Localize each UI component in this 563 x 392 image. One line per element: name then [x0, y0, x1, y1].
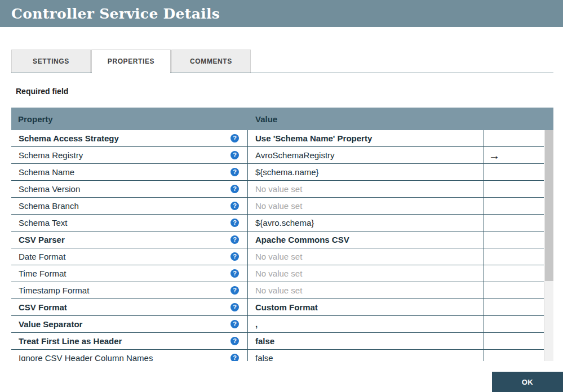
property-extra-cell [484, 248, 544, 265]
property-value: false [255, 336, 274, 346]
property-row[interactable]: Date Format ? No value set [11, 248, 544, 265]
property-value-cell: ${schema.name} [248, 164, 484, 180]
property-extra-cell [484, 181, 544, 197]
property-extra-cell [484, 299, 544, 315]
property-name-cell: Treat First Line as Header ? [11, 333, 248, 349]
property-name-cell: Timestamp Format ? [11, 282, 248, 299]
scrollbar-thumb[interactable] [545, 130, 553, 281]
property-name: Treat First Line as Header [19, 336, 122, 346]
property-name-cell: CSV Format ? [11, 299, 248, 315]
help-icon[interactable]: ? [230, 185, 239, 193]
help-icon[interactable]: ? [230, 235, 239, 244]
property-value: Custom Format [255, 302, 318, 312]
help-icon[interactable]: ? [230, 168, 239, 176]
property-value-cell: No value set [248, 198, 484, 214]
tab-settings-label: SETTINGS [33, 57, 69, 65]
property-value: false [255, 353, 273, 361]
property-row[interactable]: Ignore CSV Header Column Names ? false [11, 350, 544, 361]
property-name-cell: Schema Branch ? [11, 198, 248, 214]
property-extra-cell [484, 333, 544, 349]
property-name-cell: Date Format ? [11, 248, 248, 265]
tab-comments[interactable]: COMMENTS [171, 50, 251, 73]
table-rows: Schema Access Strategy ? Use 'Schema Nam… [11, 130, 544, 361]
help-icon[interactable]: ? [230, 219, 239, 227]
property-extra-cell [484, 231, 544, 248]
property-extra-cell [484, 316, 544, 332]
vertical-scrollbar[interactable] [544, 130, 553, 361]
tab-settings[interactable]: SETTINGS [11, 50, 91, 73]
tab-properties-label: PROPERTIES [108, 57, 154, 65]
property-value: No value set [255, 286, 302, 295]
property-value-cell: false [248, 350, 484, 361]
property-value-cell: , [248, 316, 484, 332]
property-name: Schema Version [19, 184, 80, 194]
property-row[interactable]: Timestamp Format ? No value set [11, 282, 544, 299]
property-value: Apache Commons CSV [255, 235, 349, 244]
property-row[interactable]: Value Separator ? , [11, 316, 544, 333]
help-icon[interactable]: ? [230, 269, 239, 278]
go-to-service-icon[interactable]: → [489, 150, 500, 161]
property-name-cell: Schema Name ? [11, 164, 248, 180]
tab-bar: SETTINGS PROPERTIES COMMENTS [11, 50, 553, 73]
property-row[interactable]: Treat First Line as Header ? false [11, 333, 544, 350]
help-icon[interactable]: ? [230, 320, 239, 328]
property-value: , [255, 319, 258, 329]
help-icon[interactable]: ? [230, 337, 239, 345]
property-row[interactable]: Schema Access Strategy ? Use 'Schema Nam… [11, 130, 544, 147]
property-name: Date Format [19, 252, 65, 261]
property-row[interactable]: Schema Version ? No value set [11, 181, 544, 198]
help-icon[interactable]: ? [230, 202, 239, 210]
property-name-cell: Schema Text ? [11, 215, 248, 231]
property-name: Time Format [19, 269, 66, 278]
property-name-cell: CSV Parser ? [11, 231, 248, 248]
table-header-row: Property Value [11, 108, 553, 130]
help-icon[interactable]: ? [230, 134, 239, 142]
property-name: Ignore CSV Header Column Names [19, 353, 153, 361]
help-icon[interactable]: ? [230, 354, 239, 361]
property-row[interactable]: Schema Name ? ${schema.name} [11, 164, 544, 181]
property-extra-cell [484, 130, 544, 146]
properties-table: Property Value Schema Access Strategy ? … [11, 108, 553, 361]
property-value: AvroSchemaRegistry [255, 150, 335, 160]
help-icon[interactable]: ? [230, 151, 239, 159]
property-value: ${avro.schema} [255, 218, 314, 228]
property-name-cell: Ignore CSV Header Column Names ? [11, 350, 248, 361]
property-name-cell: Schema Version ? [11, 181, 248, 197]
property-extra-cell [484, 164, 544, 180]
property-name: Schema Branch [19, 201, 79, 211]
help-icon[interactable]: ? [230, 252, 239, 261]
property-name: CSV Format [19, 302, 67, 312]
property-name: Schema Text [19, 218, 67, 228]
property-value-cell: Use 'Schema Name' Property [248, 130, 484, 146]
property-extra-cell: → [484, 147, 544, 163]
property-value-cell: No value set [248, 265, 484, 282]
property-name: Schema Name [19, 167, 74, 177]
help-icon[interactable]: ? [230, 286, 239, 295]
required-field-label: Required field [16, 87, 563, 96]
property-value-cell: No value set [248, 248, 484, 265]
column-header-property: Property [11, 114, 248, 124]
tab-properties[interactable]: PROPERTIES [91, 50, 171, 73]
property-extra-cell [484, 350, 544, 361]
property-row[interactable]: CSV Parser ? Apache Commons CSV [11, 231, 544, 248]
property-extra-cell [484, 282, 544, 299]
property-name: Schema Access Strategy [19, 133, 119, 143]
property-extra-cell [484, 198, 544, 214]
property-value: No value set [255, 201, 302, 211]
property-row[interactable]: Time Format ? No value set [11, 265, 544, 282]
property-row[interactable]: Schema Text ? ${avro.schema} [11, 215, 544, 231]
property-name-cell: Value Separator ? [11, 316, 248, 332]
property-value-cell: Apache Commons CSV [248, 231, 484, 248]
help-icon[interactable]: ? [230, 303, 239, 311]
property-name: Schema Registry [19, 150, 83, 160]
property-row[interactable]: CSV Format ? Custom Format [11, 299, 544, 316]
ok-button[interactable]: OK [492, 372, 563, 392]
property-name-cell: Time Format ? [11, 265, 248, 282]
table-body: Schema Access Strategy ? Use 'Schema Nam… [11, 130, 553, 361]
property-row[interactable]: Schema Registry ? AvroSchemaRegistry → [11, 147, 544, 164]
column-header-value: Value [248, 114, 277, 124]
tab-comments-label: COMMENTS [190, 57, 232, 65]
property-value-cell: ${avro.schema} [248, 215, 484, 231]
property-row[interactable]: Schema Branch ? No value set [11, 198, 544, 215]
property-name-cell: Schema Registry ? [11, 147, 248, 163]
